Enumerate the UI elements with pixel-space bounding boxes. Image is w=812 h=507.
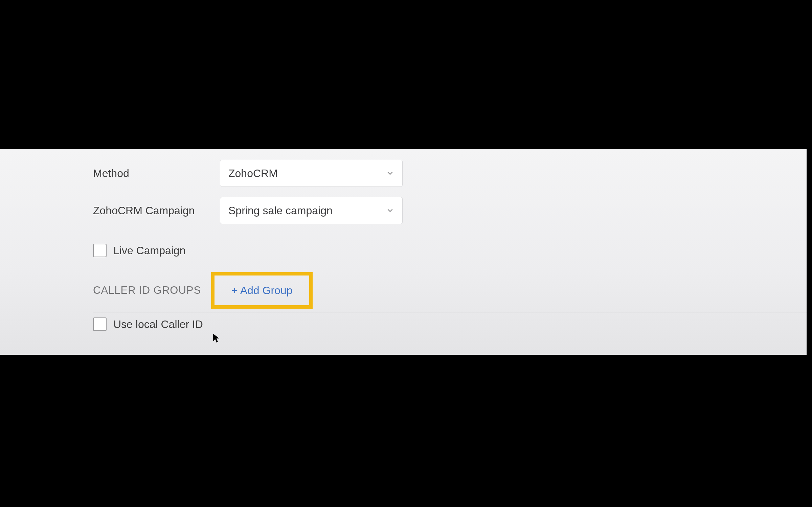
live-campaign-checkbox[interactable]	[93, 244, 107, 257]
use-local-caller-id-label: Use local Caller ID	[113, 318, 203, 331]
use-local-caller-id-checkbox[interactable]	[93, 317, 107, 331]
method-select[interactable]: ZohoCRM	[220, 160, 403, 187]
settings-form-panel: Method ZohoCRM ZohoCRM Campaign Spring s…	[0, 149, 812, 355]
caller-id-groups-section: CALLER ID GROUPS + Add Group	[93, 272, 812, 309]
chevron-down-icon	[386, 206, 394, 215]
add-group-highlight-box: + Add Group	[211, 272, 313, 309]
section-divider	[93, 312, 812, 313]
method-label: Method	[93, 167, 220, 180]
method-selected-value: ZohoCRM	[228, 167, 278, 180]
cursor-pointer-icon	[212, 333, 221, 344]
use-local-caller-id-row: Use local Caller ID	[93, 317, 812, 331]
chevron-down-icon	[386, 169, 394, 177]
method-row: Method ZohoCRM	[93, 160, 812, 187]
live-campaign-row: Live Campaign	[93, 244, 812, 257]
live-campaign-label: Live Campaign	[113, 244, 185, 257]
caller-id-groups-heading: CALLER ID GROUPS	[93, 284, 201, 296]
campaign-label: ZohoCRM Campaign	[93, 204, 220, 217]
campaign-selected-value: Spring sale campaign	[228, 204, 333, 217]
campaign-row: ZohoCRM Campaign Spring sale campaign	[93, 197, 812, 224]
campaign-select[interactable]: Spring sale campaign	[220, 197, 403, 224]
add-group-button[interactable]: + Add Group	[231, 284, 293, 297]
